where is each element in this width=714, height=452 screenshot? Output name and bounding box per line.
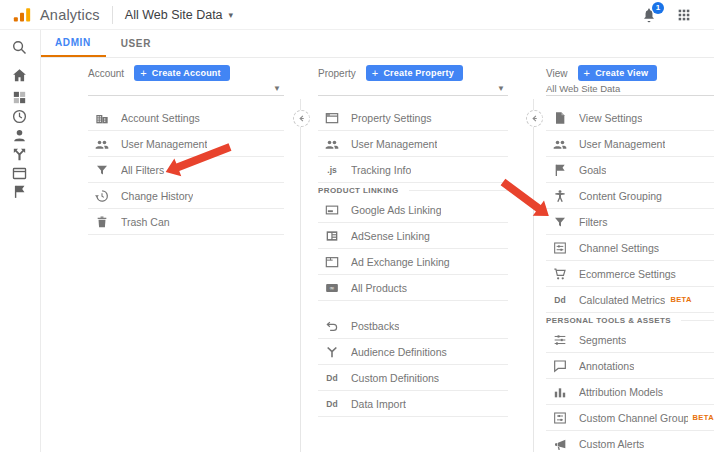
- property-settings-item[interactable]: Property Settings: [318, 105, 508, 131]
- ecommerce-settings-item[interactable]: Ecommerce Settings: [546, 261, 714, 287]
- property-dropdown[interactable]: ▼: [318, 95, 508, 96]
- property-settings-list: Property SettingsUser Management.jsTrack…: [318, 105, 508, 417]
- all-filters-item[interactable]: All Filters: [88, 157, 284, 183]
- segments-item[interactable]: Segments: [546, 327, 714, 353]
- plus-icon: +: [584, 68, 591, 79]
- channel-settings-item[interactable]: Channel Settings: [546, 235, 714, 261]
- tune-icon: [552, 240, 568, 256]
- admin-content: Account +Create Account ▼ Account Settin…: [40, 57, 714, 452]
- view-settings-item[interactable]: View Settings: [546, 105, 714, 131]
- account-column-header: Account +Create Account: [88, 65, 230, 81]
- window-icon: [324, 254, 340, 270]
- annotations-item[interactable]: Annotations: [546, 353, 714, 379]
- chevron-down-icon: ▼: [497, 84, 505, 93]
- item-label: Custom Alerts: [579, 438, 644, 450]
- chevron-down-icon: ▾: [229, 10, 234, 20]
- user-management-item[interactable]: User Management: [88, 131, 284, 157]
- item-label: Data Import: [351, 398, 406, 410]
- data-import-item[interactable]: DdData Import: [318, 391, 508, 417]
- item-label: Annotations: [579, 360, 634, 372]
- create-button-label: Create Account: [152, 68, 221, 78]
- item-label: Ecommerce Settings: [579, 268, 676, 280]
- item-label: Account Settings: [121, 112, 200, 124]
- postbacks-item[interactable]: Postbacks: [318, 313, 508, 339]
- account-settings-item[interactable]: Account Settings: [88, 105, 284, 131]
- trash-icon: [94, 214, 110, 230]
- custom-channel-grouping-item[interactable]: Custom Channel GroupingBETA: [546, 405, 714, 431]
- tab-bar: ADMIN USER: [40, 30, 714, 58]
- item-label: User Management: [121, 138, 207, 150]
- selected-view-label: All Web Site Data: [546, 83, 620, 94]
- item-label: Channel Settings: [579, 242, 659, 254]
- behavior-icon[interactable]: [11, 165, 28, 182]
- audience-definitions-item[interactable]: Audience Definitions: [318, 339, 508, 365]
- ad-exchange-linking-item[interactable]: Ad Exchange Linking: [318, 249, 508, 275]
- column-label: Property: [318, 68, 356, 79]
- change-history-item[interactable]: Change History: [88, 183, 284, 209]
- split-y-icon: [324, 344, 340, 360]
- list-spacer: [318, 301, 508, 313]
- doc-icon: [552, 110, 568, 126]
- property-selector-dropdown[interactable]: All Web Site Data ▾: [125, 8, 233, 22]
- create-property-button[interactable]: +Create Property: [366, 65, 463, 81]
- customization-icon[interactable]: [11, 89, 28, 106]
- collapse-account-column-button[interactable]: [293, 110, 310, 127]
- create-account-button[interactable]: +Create Account: [134, 65, 230, 81]
- postback-icon: [324, 318, 340, 334]
- tracking-info-item[interactable]: .jsTracking Info: [318, 157, 508, 183]
- attribution-models-item[interactable]: Attribution Models: [546, 379, 714, 405]
- all-products-icon: ∞: [324, 280, 340, 296]
- web-asset-icon: [324, 110, 340, 126]
- item-label: AdSense Linking: [351, 230, 430, 242]
- create-button-label: Create Property: [383, 68, 454, 78]
- google-ads-linking-item[interactable]: Google Ads Linking: [318, 197, 508, 223]
- item-label: Filters: [579, 216, 608, 228]
- account-dropdown[interactable]: ▼: [88, 95, 284, 96]
- all-products-item[interactable]: ∞All Products: [318, 275, 508, 301]
- ga-admin-screen: Analytics All Web Site Data ▾ 1 ADMI: [0, 0, 714, 452]
- audience-icon[interactable]: [11, 127, 28, 144]
- item-label: User Management: [351, 138, 437, 150]
- acquisition-icon[interactable]: [11, 146, 28, 163]
- item-label: View Settings: [579, 112, 642, 124]
- item-label: Calculated Metrics: [579, 294, 665, 306]
- content-grouping-item[interactable]: Content Grouping: [546, 183, 714, 209]
- calculated-metrics-item[interactable]: DdCalculated MetricsBETA: [546, 287, 714, 313]
- tab-admin[interactable]: ADMIN: [40, 30, 106, 57]
- filters-item[interactable]: Filters: [546, 209, 714, 235]
- search-icon[interactable]: [11, 39, 28, 56]
- column-divider: [533, 99, 534, 452]
- property-column-header: Property +Create Property: [318, 65, 463, 81]
- view-column-header: View +Create View: [546, 65, 657, 81]
- custom-definitions-item[interactable]: DdCustom Definitions: [318, 365, 508, 391]
- people-icon: [94, 136, 110, 152]
- section-header: PERSONAL TOOLS & ASSETS: [546, 313, 714, 327]
- trash-can-item[interactable]: Trash Can: [88, 209, 284, 235]
- create-view-button[interactable]: +Create View: [578, 65, 658, 81]
- js-icon: .js: [324, 162, 340, 178]
- conversions-icon: [552, 162, 568, 178]
- item-label: All Products: [351, 282, 407, 294]
- dd-icon: Dd: [324, 396, 340, 412]
- realtime-icon[interactable]: [11, 108, 28, 125]
- chevron-down-icon: ▼: [273, 84, 281, 93]
- item-label: Audience Definitions: [351, 346, 447, 358]
- apps-grid-icon[interactable]: [676, 7, 692, 23]
- user-management-item[interactable]: User Management: [546, 131, 714, 157]
- beta-badge: BETA: [670, 295, 691, 304]
- tab-user[interactable]: USER: [106, 30, 166, 57]
- home-icon[interactable]: [11, 67, 28, 84]
- notifications-button[interactable]: 1: [640, 6, 658, 24]
- collapse-property-column-button[interactable]: [526, 110, 543, 127]
- goals-item[interactable]: Goals: [546, 157, 714, 183]
- adsense-linking-item[interactable]: AdSense Linking: [318, 223, 508, 249]
- user-management-item[interactable]: User Management: [318, 131, 508, 157]
- view-dropdown[interactable]: ▼: [546, 95, 714, 96]
- custom-alerts-item[interactable]: Custom Alerts: [546, 431, 714, 452]
- segments-icon: [552, 332, 568, 348]
- filter-icon: [552, 214, 568, 230]
- barchart-icon: [552, 384, 568, 400]
- account-settings-list: Account SettingsUser ManagementAll Filte…: [88, 105, 284, 235]
- conversions-icon[interactable]: [11, 183, 28, 200]
- view-settings-list: View SettingsUser ManagementGoalsContent…: [546, 105, 714, 452]
